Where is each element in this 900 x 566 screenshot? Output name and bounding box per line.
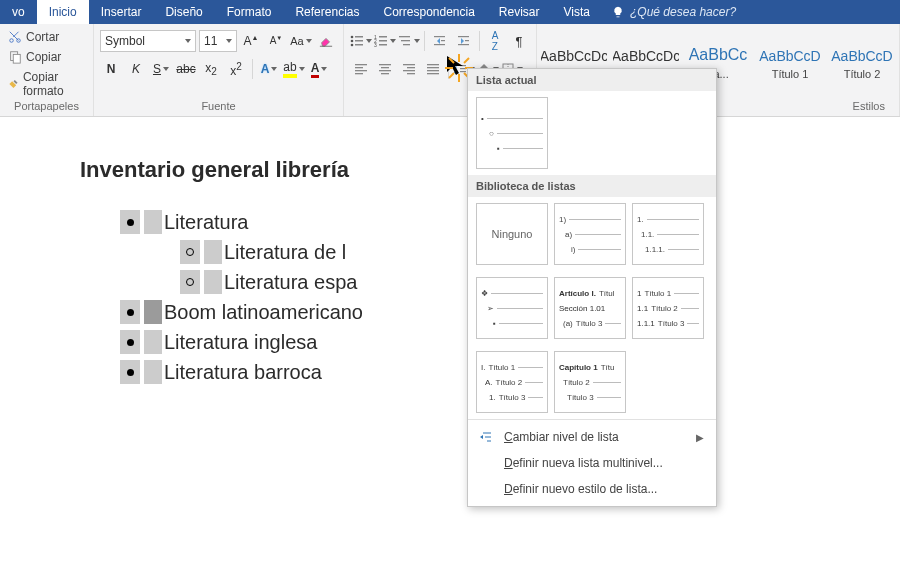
- italic-button[interactable]: K: [125, 58, 147, 80]
- svg-rect-25: [355, 64, 367, 65]
- style-heading2[interactable]: AaBbCcD Título 1: [757, 36, 823, 80]
- gallery-tile-none[interactable]: Ninguno: [476, 203, 548, 265]
- gallery-tile[interactable]: Artículo I.Títul Sección 1.01 (a)Título …: [554, 277, 626, 339]
- tab-view[interactable]: Vista: [552, 0, 602, 24]
- svg-rect-37: [427, 64, 439, 65]
- gallery-section-current: Lista actual: [468, 69, 716, 91]
- svg-rect-23: [465, 40, 469, 41]
- svg-rect-42: [460, 68, 466, 69]
- bold-button[interactable]: N: [100, 58, 122, 80]
- align-right-icon: [402, 62, 416, 76]
- strikethrough-button[interactable]: abc: [175, 58, 197, 80]
- cut-label: Cortar: [26, 30, 59, 44]
- tab-mailings[interactable]: Correspondencia: [371, 0, 486, 24]
- svg-rect-33: [403, 64, 415, 65]
- tab-review[interactable]: Revisar: [487, 0, 552, 24]
- grow-font-button[interactable]: A▲: [240, 30, 262, 52]
- menu-change-level[interactable]: Cambiar nivel de lista ▶: [468, 424, 716, 427]
- tab-layout[interactable]: Formato: [215, 0, 284, 24]
- tab-file[interactable]: vo: [0, 0, 37, 24]
- gallery-tile[interactable]: 1) a) i): [554, 203, 626, 265]
- svg-point-0: [10, 39, 14, 43]
- font-group-label: Fuente: [98, 100, 339, 114]
- svg-rect-35: [403, 70, 415, 71]
- font-name-combo[interactable]: Symbol: [100, 30, 196, 52]
- style-preview: AaBbCcD: [757, 36, 823, 64]
- numbering-icon: 123: [374, 34, 388, 48]
- gallery-current-tile[interactable]: • ○ ▪: [476, 97, 548, 169]
- font-size-combo[interactable]: 11: [199, 30, 237, 52]
- decrease-indent-button[interactable]: [429, 30, 451, 52]
- tab-design[interactable]: Diseño: [153, 0, 214, 24]
- format-painter-label: Copiar formato: [23, 70, 85, 98]
- copy-icon: [8, 50, 22, 64]
- tab-insert[interactable]: Insertar: [89, 0, 154, 24]
- style-name: Título 1: [757, 68, 823, 80]
- svg-point-8: [351, 44, 354, 47]
- superscript-button[interactable]: x2: [225, 58, 247, 80]
- font-name-value: Symbol: [105, 34, 145, 48]
- tab-references[interactable]: Referencias: [283, 0, 371, 24]
- svg-rect-39: [427, 70, 439, 71]
- svg-rect-40: [427, 73, 439, 74]
- align-center-icon: [378, 62, 392, 76]
- style-heading3[interactable]: AaBbCcD Título 2: [829, 36, 895, 80]
- tab-home[interactable]: Inicio: [37, 0, 89, 24]
- paintbrush-icon: [8, 77, 19, 91]
- align-right-button[interactable]: [398, 58, 420, 80]
- text-effects-button[interactable]: A: [258, 58, 280, 80]
- highlight-button[interactable]: ab: [283, 58, 305, 80]
- svg-rect-38: [427, 67, 439, 68]
- svg-rect-28: [355, 73, 363, 74]
- subscript-button[interactable]: x2: [200, 58, 222, 80]
- tell-me-search[interactable]: ¿Qué desea hacer?: [602, 5, 746, 19]
- multilevel-icon: [398, 34, 412, 48]
- svg-rect-34: [407, 67, 415, 68]
- svg-rect-43: [460, 71, 466, 72]
- clear-formatting-button[interactable]: [315, 30, 337, 52]
- sort-button[interactable]: AZ: [484, 30, 506, 52]
- line-spacing-icon: [453, 62, 467, 76]
- bullets-button[interactable]: [350, 30, 372, 52]
- document-area[interactable]: Inventario general librería Literatura L…: [0, 117, 900, 427]
- svg-text:3: 3: [374, 42, 377, 48]
- svg-rect-26: [355, 67, 363, 68]
- increase-indent-button[interactable]: [453, 30, 475, 52]
- svg-rect-18: [403, 44, 410, 45]
- align-left-icon: [354, 62, 368, 76]
- svg-rect-31: [379, 70, 391, 71]
- gallery-tile[interactable]: 1Título 1 1.1Título 2 1.1.1Título 3: [632, 277, 704, 339]
- lightbulb-icon: [612, 6, 624, 18]
- svg-rect-17: [401, 40, 410, 41]
- svg-rect-36: [407, 73, 415, 74]
- style-preview: AaBbCcDc: [613, 36, 679, 64]
- svg-rect-29: [379, 64, 391, 65]
- format-painter-button[interactable]: Copiar formato: [4, 68, 89, 100]
- underline-button[interactable]: S: [150, 58, 172, 80]
- gallery-tile[interactable]: I.Título 1 A.Título 2 1.Título 3: [476, 351, 548, 413]
- change-case-button[interactable]: Aa: [290, 30, 312, 52]
- gallery-tile[interactable]: Capítulo 1Títu Título 2 Título 3: [554, 351, 626, 413]
- copy-button[interactable]: Copiar: [4, 48, 89, 66]
- multilevel-list-button[interactable]: [398, 30, 420, 52]
- show-marks-button[interactable]: ¶: [508, 30, 530, 52]
- bullets-icon: [350, 34, 364, 48]
- gallery-tile[interactable]: 1. 1.1. 1.1.1.: [632, 203, 704, 265]
- svg-rect-16: [399, 36, 410, 37]
- svg-rect-5: [355, 36, 363, 38]
- cut-button[interactable]: Cortar: [4, 28, 89, 46]
- tell-me-text: ¿Qué desea hacer?: [630, 5, 736, 19]
- justify-button[interactable]: [422, 58, 444, 80]
- svg-rect-15: [379, 44, 387, 46]
- shrink-font-button[interactable]: A▼: [265, 30, 287, 52]
- align-left-button[interactable]: [350, 58, 372, 80]
- align-center-button[interactable]: [374, 58, 396, 80]
- style-name: Título 2: [829, 68, 895, 80]
- svg-rect-41: [460, 65, 466, 66]
- font-size-value: 11: [204, 34, 217, 48]
- style-normal[interactable]: AaBbCcDc: [541, 36, 607, 68]
- style-preview: AaBbCcD: [829, 36, 895, 64]
- numbering-button[interactable]: 123: [374, 30, 396, 52]
- gallery-tile[interactable]: ❖ ➢ ▪: [476, 277, 548, 339]
- font-color-button[interactable]: A: [308, 58, 330, 80]
